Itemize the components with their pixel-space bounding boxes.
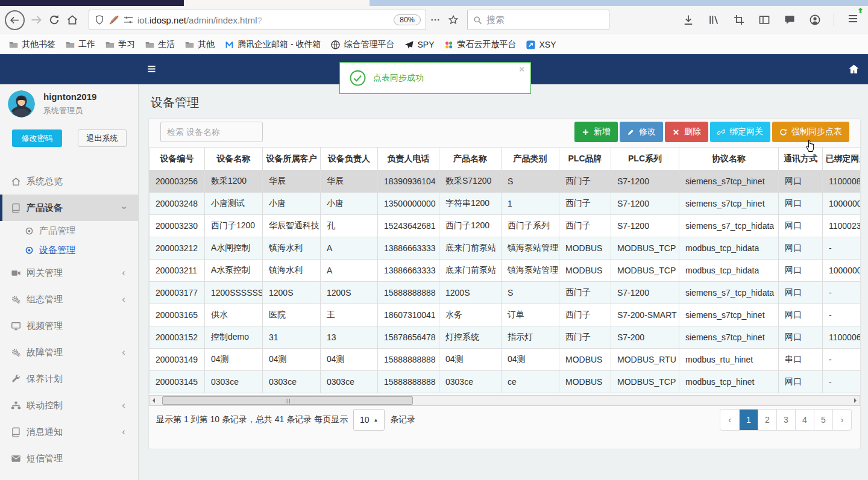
table-cell[interactable]: 小唐 bbox=[263, 193, 321, 215]
table-row[interactable]: 2000031450303ce0303ce0303ce1588888888803… bbox=[149, 371, 861, 393]
page-2[interactable]: 2 bbox=[758, 410, 776, 430]
scroll-left-arrow-icon[interactable] bbox=[149, 396, 159, 405]
table-cell[interactable]: 1200S bbox=[321, 282, 378, 304]
page-prev[interactable]: ‹ bbox=[720, 410, 739, 430]
table-cell[interactable]: 网口 bbox=[779, 282, 823, 304]
table-cell[interactable]: 1200S bbox=[263, 282, 321, 304]
table-cell[interactable]: S7-1200 bbox=[611, 170, 679, 193]
page-1[interactable]: 1 bbox=[739, 410, 758, 430]
table-cell[interactable]: 200003165 bbox=[149, 304, 205, 326]
sidebar-item-product-device[interactable]: 产品设备‹ bbox=[0, 195, 138, 221]
table-cell[interactable]: 1 bbox=[502, 193, 559, 215]
table-cell[interactable]: 04测 bbox=[502, 349, 559, 371]
table-cell[interactable]: 西门子 bbox=[559, 282, 611, 304]
change-password-button[interactable]: 修改密码 bbox=[12, 129, 62, 147]
table-cell[interactable]: 西门子1200 bbox=[439, 215, 502, 237]
table-cell[interactable]: - bbox=[823, 282, 861, 304]
sidebar-item-video-management[interactable]: 视频管理 bbox=[0, 313, 138, 339]
table-cell[interactable]: S bbox=[502, 282, 559, 304]
table-cell[interactable]: MODBUS_TCP bbox=[611, 371, 679, 393]
table-cell[interactable]: 数采1200 bbox=[205, 170, 263, 193]
sidebar-item-config-management[interactable]: 组态管理‹ bbox=[0, 286, 138, 313]
table-cell[interactable]: 1200S bbox=[439, 282, 502, 304]
table-cell[interactable]: 1000000 bbox=[823, 260, 861, 282]
table-cell[interactable]: modbus_tcp_hinet bbox=[679, 371, 779, 393]
page-size-select[interactable]: 10 ▲ bbox=[353, 409, 385, 431]
logout-button[interactable]: 退出系统 bbox=[78, 129, 127, 147]
table-cell[interactable]: 镇海泵站管理 bbox=[502, 237, 559, 260]
permissions-icon[interactable] bbox=[123, 14, 134, 25]
table-cell[interactable]: 订单 bbox=[502, 304, 559, 326]
table-cell[interactable]: 200003248 bbox=[149, 193, 205, 215]
table-cell[interactable]: 网口 bbox=[779, 237, 823, 260]
table-cell[interactable]: MODBUS bbox=[559, 237, 611, 260]
table-cell[interactable]: 1200SSSSSS bbox=[205, 282, 263, 304]
page-next[interactable]: › bbox=[832, 410, 851, 430]
sidebar-collapse-icon[interactable] bbox=[146, 64, 157, 74]
table-cell[interactable]: 西门子 bbox=[559, 193, 611, 215]
table-cell[interactable]: 13 bbox=[321, 326, 378, 349]
table-cell[interactable]: MODBUS bbox=[559, 260, 611, 282]
active-tab-segment[interactable] bbox=[0, 0, 184, 6]
table-cell[interactable]: A bbox=[321, 260, 378, 282]
sidebar-item-fault-management[interactable]: 故障管理‹ bbox=[0, 339, 138, 366]
browser-search-box[interactable]: 搜索 bbox=[467, 10, 609, 30]
table-cell[interactable]: 0303ce bbox=[321, 371, 378, 393]
table-cell[interactable]: 网口 bbox=[779, 193, 823, 215]
downloads-icon[interactable] bbox=[679, 11, 697, 29]
table-cell[interactable]: 15878656478 bbox=[378, 326, 439, 349]
table-cell[interactable]: A bbox=[321, 237, 378, 260]
table-cell[interactable]: 1100023 bbox=[823, 215, 861, 237]
table-cell[interactable]: siemens_s7tcp_hinet bbox=[679, 326, 779, 349]
table-cell[interactable]: 13886663333 bbox=[378, 260, 439, 282]
table-row[interactable]: 20000314904测04测04测1588888888804测04测MODBU… bbox=[149, 349, 861, 371]
table-cell[interactable]: 小唐 bbox=[321, 193, 378, 215]
table-cell[interactable]: 华辰智通科技 bbox=[263, 215, 321, 237]
sidebar-item-maintenance-plan[interactable]: 保养计划 bbox=[0, 366, 138, 392]
table-cell[interactable]: 13500000000 bbox=[378, 193, 439, 215]
table-cell[interactable]: 0303ce bbox=[263, 371, 321, 393]
bookmark-item[interactable]: 腾讯企业邮箱 - 收件箱 bbox=[219, 37, 326, 52]
table-cell[interactable]: 200003152 bbox=[149, 326, 205, 349]
account-icon[interactable] bbox=[806, 11, 824, 29]
toast-close-icon[interactable]: × bbox=[519, 64, 524, 74]
bookmark-item[interactable]: 综合管理平台 bbox=[326, 37, 399, 52]
shield-icon[interactable] bbox=[94, 14, 105, 25]
table-row[interactable]: 200003230西门子1200华辰智通科技孔15243642681西门子120… bbox=[149, 215, 861, 237]
table-cell[interactable]: - bbox=[823, 304, 861, 326]
table-cell[interactable]: 200003149 bbox=[149, 349, 205, 371]
table-cell[interactable]: 控制demo bbox=[205, 326, 263, 349]
table-cell[interactable]: 字符串1200 bbox=[439, 193, 502, 215]
sidebar-item-gateway-management[interactable]: 网关管理‹ bbox=[0, 260, 138, 286]
table-cell[interactable]: 西门子 bbox=[559, 170, 611, 193]
table-cell[interactable]: 水务 bbox=[439, 304, 502, 326]
table-cell[interactable]: 数采S71200 bbox=[439, 170, 502, 193]
table-cell[interactable]: 200003177 bbox=[149, 282, 205, 304]
table-cell[interactable]: 镇海泵站管理 bbox=[502, 260, 559, 282]
table-cell[interactable]: 镇海水利 bbox=[263, 237, 321, 260]
table-cell[interactable]: MODBUS bbox=[559, 371, 611, 393]
library-icon[interactable] bbox=[705, 11, 723, 29]
reload-icon[interactable] bbox=[45, 11, 63, 29]
table-cell[interactable]: 西门子 bbox=[559, 215, 611, 237]
pocket-icon[interactable] bbox=[781, 11, 799, 29]
delete-button[interactable]: 删除 bbox=[665, 122, 708, 142]
table-cell[interactable]: 镇海水利 bbox=[263, 260, 321, 282]
table-cell[interactable]: MODBUS bbox=[559, 349, 611, 371]
table-cell[interactable]: 小唐测试 bbox=[205, 193, 263, 215]
table-cell[interactable]: 18607310041 bbox=[378, 304, 439, 326]
table-cell[interactable]: 西门子系列 bbox=[502, 215, 559, 237]
table-cell[interactable]: 华辰 bbox=[321, 170, 378, 193]
bookmark-item[interactable]: 萤石云开放平台 bbox=[439, 37, 521, 52]
table-cell[interactable]: 200003230 bbox=[149, 215, 205, 237]
url-bar[interactable]: iot.idosp.net/admin/index.html? 80% bbox=[89, 10, 426, 30]
table-cell[interactable]: siemens_s7_tcp_hidata bbox=[679, 215, 779, 237]
screenshot-icon[interactable] bbox=[730, 11, 748, 29]
table-cell[interactable]: A水泵控制 bbox=[205, 260, 263, 282]
table-cell[interactable]: 13886663333 bbox=[378, 237, 439, 260]
table-cell[interactable]: 网口 bbox=[779, 304, 823, 326]
table-cell[interactable]: 串口 bbox=[779, 349, 823, 371]
bookmark-item[interactable]: 其他书签 bbox=[4, 37, 60, 52]
table-cell[interactable]: S7-200-SMART bbox=[611, 304, 679, 326]
sidebar-item-linkage-control[interactable]: 联动控制‹ bbox=[0, 392, 138, 419]
